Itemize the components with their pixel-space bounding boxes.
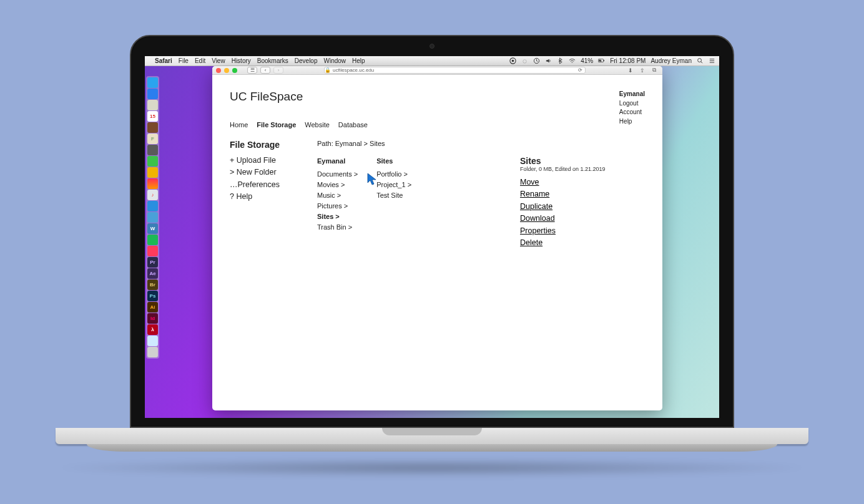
dock-item[interactable]: F	[147, 133, 158, 144]
window-minimize-button[interactable]	[224, 68, 229, 73]
window-close-button[interactable]	[216, 68, 221, 73]
menubar-item[interactable]: Window	[324, 57, 346, 64]
wifi-icon[interactable]	[569, 57, 576, 64]
dock-item[interactable]: λ	[147, 324, 158, 335]
detail-title: Sites	[520, 156, 645, 166]
spotlight-icon[interactable]	[697, 57, 704, 64]
window-zoom-button[interactable]	[232, 68, 237, 73]
dock-item[interactable]	[147, 246, 158, 256]
timemachine-icon[interactable]	[533, 57, 540, 64]
dock-item[interactable]: Id	[147, 313, 158, 324]
share-button[interactable]: ⇪	[638, 67, 647, 74]
tab-database[interactable]: Database	[338, 121, 368, 128]
folder-item[interactable]: Trash Bin >	[317, 222, 358, 233]
dock-item[interactable]	[147, 167, 158, 178]
volume-icon[interactable]	[545, 57, 552, 64]
folder-item[interactable]: Project_1 >	[376, 180, 411, 190]
menubar-item[interactable]: View	[212, 57, 225, 64]
dock-item[interactable]	[147, 212, 158, 223]
dock-item[interactable]	[147, 235, 158, 245]
preferences-action[interactable]: …Preferences	[230, 179, 292, 191]
dock-item[interactable]	[147, 347, 158, 357]
page-content: UC FileSpace Eymanal Logout Account Help…	[212, 75, 662, 410]
delete-action[interactable]: Delete	[520, 237, 645, 249]
dock-item[interactable]	[147, 156, 158, 167]
dock: 15F♪WPrAeBrPsAiIdλ	[146, 76, 159, 359]
dock-item[interactable]	[147, 178, 158, 189]
duplicate-action[interactable]: Duplicate	[520, 201, 645, 213]
battery-percent[interactable]: 41%	[581, 57, 593, 64]
user-nav-link[interactable]: Help	[619, 117, 645, 127]
address-bar[interactable]: 🔒 ucfilespace.uc.edu ⟳	[324, 67, 586, 74]
menubar-item[interactable]: File	[179, 57, 189, 64]
dock-item[interactable]	[147, 89, 158, 99]
menubar-app-name[interactable]: Safari	[155, 57, 172, 64]
dock-item[interactable]: 15	[147, 111, 158, 122]
menubar-clock[interactable]: Fri 12:08 PM	[610, 57, 646, 64]
tab-home[interactable]: Home	[230, 121, 248, 128]
user-nav-link[interactable]: Logout	[619, 99, 645, 109]
screen-frame: Safari File Edit View History Bookmarks …	[130, 35, 734, 428]
folder-item[interactable]: Portfolio >	[376, 169, 411, 180]
menubar-username[interactable]: Audrey Eyman	[650, 57, 692, 64]
macos-menubar: Safari File Edit View History Bookmarks …	[145, 56, 719, 66]
cursor-icon	[367, 173, 378, 187]
creative-cloud-icon[interactable]	[509, 57, 516, 64]
folder-item[interactable]: Test Site	[376, 190, 411, 201]
laptop-mockup: Safari File Edit View History Bookmarks …	[130, 35, 734, 444]
folder-item[interactable]: Documents >	[317, 169, 358, 180]
download-action[interactable]: Download	[520, 213, 645, 225]
forward-button[interactable]: ›	[273, 67, 283, 74]
airdrop-icon[interactable]	[521, 57, 528, 64]
browser-toolbar: ☰ ‹ › 🔒 ucfilespace.uc.edu ⟳ ⬇ ⇪ ⧉	[212, 66, 662, 75]
help-action[interactable]: ? Help	[230, 191, 292, 203]
menubar-item[interactable]: Help	[352, 57, 365, 64]
sidebar-toggle-button[interactable]: ☰	[247, 67, 257, 74]
svg-line-8	[701, 62, 702, 63]
dock-item[interactable]	[147, 201, 158, 211]
menubar-item[interactable]: Develop	[295, 57, 318, 64]
tab-file-storage[interactable]: File Storage	[257, 121, 296, 128]
dock-item[interactable]	[147, 336, 158, 346]
user-nav: Eymanal Logout Account Help	[619, 90, 645, 126]
properties-action[interactable]: Properties	[520, 225, 645, 237]
user-nav-link[interactable]: Account	[619, 108, 645, 117]
dock-item[interactable]: Ps	[147, 291, 158, 301]
dock-item[interactable]: Pr	[147, 257, 158, 268]
dock-item[interactable]	[147, 145, 158, 155]
reload-icon[interactable]: ⟳	[578, 67, 585, 73]
svg-point-7	[698, 59, 702, 62]
rename-action[interactable]: Rename	[520, 188, 645, 200]
user-name: Eymanal	[619, 90, 645, 99]
tabs-button[interactable]: ⧉	[650, 67, 659, 74]
folder-item[interactable]: Movies >	[317, 180, 358, 190]
upload-file-action[interactable]: + Upload File	[230, 155, 292, 167]
folder-item[interactable]: Sites >	[317, 211, 358, 222]
tab-website[interactable]: Website	[305, 121, 330, 128]
laptop-base	[56, 428, 808, 444]
menubar-item[interactable]: History	[232, 57, 251, 64]
move-action[interactable]: Move	[520, 177, 645, 188]
folder-item[interactable]: Music >	[317, 190, 358, 201]
menubar-item[interactable]: Edit	[195, 57, 205, 64]
dock-item[interactable]	[147, 77, 158, 88]
battery-icon[interactable]	[598, 57, 605, 64]
folder-item[interactable]: Pictures >	[317, 201, 358, 211]
menu-list-icon[interactable]	[709, 57, 715, 64]
downloads-button[interactable]: ⬇	[626, 67, 635, 74]
dock-item[interactable]	[147, 100, 158, 110]
dock-item[interactable]: W	[147, 223, 158, 234]
dock-item[interactable]: Br	[147, 279, 158, 290]
menubar-item[interactable]: Bookmarks	[257, 57, 288, 64]
bluetooth-icon[interactable]	[557, 57, 564, 64]
dock-item[interactable]: ♪	[147, 190, 158, 200]
back-button[interactable]: ‹	[260, 67, 270, 74]
section-title: File Storage	[230, 140, 292, 150]
dock-item[interactable]: Ai	[147, 302, 158, 313]
dock-item[interactable]	[147, 122, 158, 133]
breadcrumb: Path: Eymanal > Sites	[317, 140, 645, 147]
new-folder-action[interactable]: > New Folder	[230, 167, 292, 178]
dock-item[interactable]: Ae	[147, 268, 158, 279]
svg-point-2	[523, 60, 527, 64]
url-text: ucfilespace.uc.edu	[333, 67, 374, 73]
